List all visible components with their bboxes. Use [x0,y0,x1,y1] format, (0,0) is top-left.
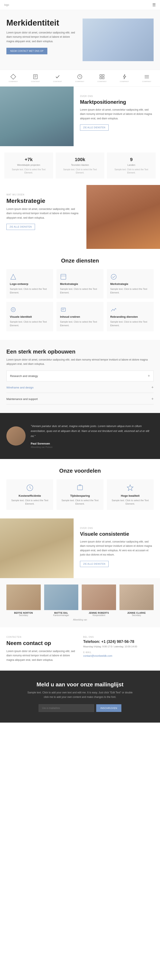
newsletter-email-input[interactable] [38,704,94,712]
icons-row: COMPANY CONTENT CONTENT COMPANY COMPANY … [0,70,160,86]
advantage-name-0: Kostenefficiëntie [10,494,50,497]
service-name-4: Inhoud creëren [60,315,100,318]
about-section: OVER ONS Marktpositionering Lorem ipsum … [0,86,160,146]
build-description: Lorem ipsum dolor sit amet, consectetur … [6,358,154,366]
visual-section: OVER ONS Visuele consistentie Lorem ipsu… [0,519,160,578]
team-photo-2 [82,584,116,610]
team-photo-0 [6,584,41,610]
svg-marker-30 [127,485,133,490]
advantage-desc-2: Sample text. Click to select the Text El… [110,499,150,506]
svg-line-7 [80,77,81,77]
service-name-3: Visuele identiteit [10,315,50,318]
testimonial-avatar [6,426,26,445]
service-icon-5 [110,306,150,313]
bolt-icon [122,74,127,80]
menu-icon[interactable]: ☰ [152,3,156,7]
about-cta-button[interactable]: ZIE ALLE DIENSTEN [80,124,109,130]
icon-item-5: COMPANY [120,74,129,83]
svg-rect-27 [77,486,83,490]
icon-item-0: COMPANY [9,74,18,83]
service-desc-5: Sample text. Click to select the Text El… [110,320,150,327]
accordion-item-0[interactable]: Research and strategy + [6,371,154,382]
about-content: OVER ONS Marktpositionering Lorem ipsum … [74,86,160,146]
hero-description: Lorem ipsum dolor sit amet, consectetur … [6,30,77,43]
team-card-0: BEFFIE NORTON Secretary [6,584,41,616]
icon-label-0: COMPANY [9,81,18,83]
contact-label: CONTACTEN [6,636,77,638]
visual-image [0,519,74,578]
contact-email: contact@voorbeeldb.com [83,654,154,657]
visual-cta-button[interactable]: ZIE ALLE DIENSTEN [80,561,109,567]
advantage-name-2: Hoge kwaliteit [110,494,150,497]
check-icon [54,74,61,80]
testimonial-quote: "Veniam pariatur duis sit amet, magna vo… [31,424,154,439]
contact-right: BEL ONS Telefoon: +1 (324) 987-56-78 Maa… [83,636,154,662]
brand-label: WAT WIJ DOEN [6,194,80,196]
stat-desc-1: Sample text. Click to select the Text El… [59,168,101,174]
newsletter-subscribe-button[interactable]: INSCHRIJVEN [96,704,122,712]
svg-marker-0 [11,74,16,79]
service-card-3: Visuele identiteit Sample text. Click to… [6,302,53,331]
stat-number-1: 100k [59,157,101,162]
svg-point-20 [12,309,14,310]
team-name-0: BEFFIE NORTON [6,612,41,614]
advantages-title: Onze voordelen [6,468,154,474]
accordion-item-1[interactable]: Wireframe and design + [6,382,154,393]
contact-phone-details: Maandag-Vrijdag: 9:00-17:0 / zaterdag: 1… [83,645,154,648]
contact-left: CONTACTEN Neem contact op Lorem ipsum do… [6,636,77,662]
svg-point-19 [11,307,15,312]
brand-image [86,185,160,249]
team-card-2: JENNIE ROBERTS Vicepresident [82,584,116,616]
icon-item-4: COMPANY [98,74,107,83]
newsletter-section: Meld u aan voor onze mailinglijst Sample… [0,671,160,722]
service-name-1: Merkstrategie [60,282,100,286]
accordion-expand-icon-0: + [148,374,150,378]
clock-icon [77,74,83,80]
brand-section: WAT WIJ DOEN Merkstrategie Lorem ipsum d… [0,185,160,249]
svg-rect-21 [61,308,66,311]
brand-cta-button[interactable]: ZIE ALLE DIENSTEN [6,224,35,230]
stats-section: +7k Wereldwijde projecten Sample text. C… [0,146,160,185]
icon-label-5: COMPANY [120,81,129,83]
service-card-5: Rebranding diensten Sample text. Click t… [107,302,154,331]
advantage-icon-2 [126,484,134,492]
hero-cta-button[interactable]: NEEM CONTACT MET ONS OP [6,48,47,54]
contact-phone: Telefoon: +1 (324) 987-56-78 [83,640,154,644]
team-caption: Afbeelding van [6,619,154,621]
newsletter-description: Sample text. Click to add your own text … [27,690,133,699]
accordion-item-2[interactable]: Maintenance and support + [6,394,154,404]
icon-item-6: COMPANY [142,74,151,83]
accordion-label-2: Maintenance and support [6,398,38,401]
svg-rect-16 [61,274,66,279]
book-icon [32,74,38,80]
visual-description: Lorem ipsum dolor sit amet, consectetur … [80,539,154,557]
icon-label-1: CONTENT [31,81,40,83]
service-icon-3 [10,306,50,313]
svg-marker-15 [11,274,16,279]
team-name-2: JENNIE ROBERTS [82,612,116,614]
about-image [0,86,74,146]
diamond-icon [10,74,16,80]
stat-card-1: 100k Tevreden klanten Sample text. Click… [56,153,104,178]
advantages-section: Onze voordelen Kostenefficiëntie Sample … [0,459,160,519]
icon-item-3: COMPANY [75,74,84,83]
testimonial-name: Paul Sorensen [31,442,154,445]
service-card-2: Merkstrategie Sample text. Click to sele… [107,269,154,299]
stat-desc-2: Sample text. Click to select the Text El… [110,168,152,174]
testimonial-content: "Veniam pariatur duis sit amet, magna vo… [31,424,154,448]
service-icon-4 [60,306,100,313]
icon-label-3: COMPANY [75,81,84,83]
svg-rect-9 [102,75,104,76]
accordion-label-0: Research and strategy [10,374,38,378]
about-title: Marktpositionering [80,99,154,105]
team-grid: BEFFIE NORTON Secretary MATTIE BAL Kanto… [6,584,154,616]
svg-rect-11 [102,77,104,79]
services-grid: Logo-ontwerp Sample text. Click to selec… [6,269,154,331]
icon-item-2: CONTENT [53,74,62,83]
team-name-1: MATTIE BAL [44,612,78,614]
svg-rect-10 [100,77,102,79]
newsletter-title: Meld u aan voor onze mailinglijst [6,681,154,688]
team-role-1: Kantoormanager [44,614,78,616]
team-card-3: JENNIE CLARKE Secretary [120,584,154,616]
logo: logo [4,3,9,6]
